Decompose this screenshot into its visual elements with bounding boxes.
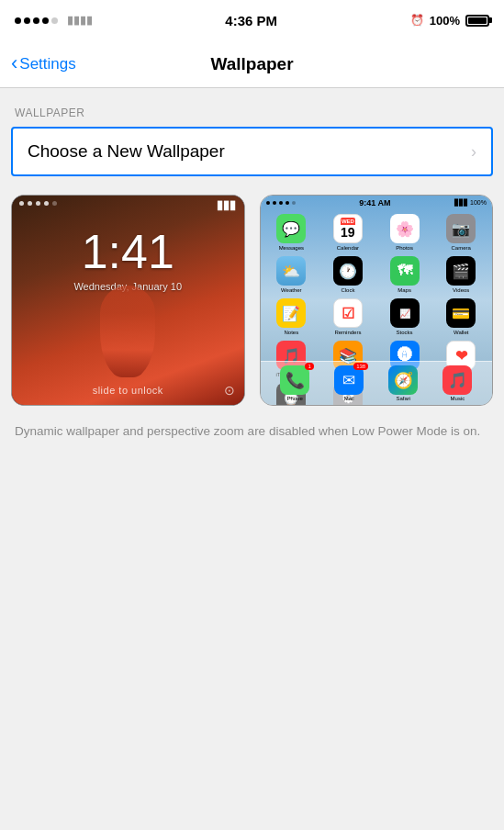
battery-fill bbox=[468, 17, 487, 24]
app-wallet[interactable]: 💳 Wallet bbox=[435, 298, 487, 335]
app-weather[interactable]: ⛅ Weather bbox=[266, 256, 318, 293]
carrier-text: ▮▮▮▮ bbox=[67, 14, 93, 27]
signal-dot-3 bbox=[33, 17, 39, 24]
home-dock: 📞 Phone 1 ✉ Mail 138 🧭 Safari 🎵 bbox=[261, 361, 493, 405]
lock-screen-preview: ▊▊▊ 1:41 Wednesday, January 10 slide to … bbox=[11, 195, 245, 406]
dock-phone[interactable]: 📞 Phone 1 bbox=[280, 365, 309, 401]
mail-badge: 138 bbox=[353, 363, 368, 370]
lock-wallpaper-decoration bbox=[12, 286, 244, 377]
app-stocks[interactable]: 📈 Stocks bbox=[379, 298, 431, 335]
status-right: ⏰ 100% bbox=[410, 14, 489, 28]
back-button[interactable]: ‹ Settings bbox=[11, 54, 76, 73]
info-text: Dynamic wallpaper and perspective zoom a… bbox=[15, 422, 489, 441]
app-clock[interactable]: 🕐 Clock bbox=[322, 256, 374, 293]
alarm-icon: ⏰ bbox=[410, 14, 424, 27]
lock-signal: ▊▊▊ bbox=[218, 201, 237, 210]
chevron-right-icon: › bbox=[471, 142, 476, 162]
page-title: Wallpaper bbox=[210, 54, 293, 74]
signal-dot-2 bbox=[24, 17, 30, 24]
lock-time: 1:41 bbox=[82, 224, 174, 279]
home-status-bar: 9:41 AM ▊▊▊ 100% bbox=[261, 196, 493, 210]
app-reminders[interactable]: ☑ Reminders bbox=[322, 298, 374, 335]
home-battery: ▊▊▊ 100% bbox=[454, 199, 487, 207]
app-messages[interactable]: 💬 Messages bbox=[266, 214, 318, 251]
app-videos[interactable]: 🎬 Videos bbox=[435, 256, 487, 293]
signal-dot-1 bbox=[15, 17, 21, 24]
status-left: ▮▮▮▮ bbox=[15, 14, 93, 28]
lock-status-dots bbox=[12, 196, 57, 206]
dock-safari[interactable]: 🧭 Safari bbox=[388, 365, 418, 401]
battery-icon bbox=[465, 15, 489, 27]
app-notes[interactable]: 📝 Notes bbox=[266, 298, 318, 335]
dock-mail[interactable]: ✉ Mail 138 bbox=[334, 365, 364, 401]
section-header-wallpaper: WALLPAPER bbox=[0, 88, 504, 127]
wallpaper-preview-row: ▊▊▊ 1:41 Wednesday, January 10 slide to … bbox=[11, 195, 493, 406]
app-camera[interactable]: 📷 Camera bbox=[435, 214, 487, 251]
signal-dot-4 bbox=[42, 17, 49, 24]
lock-camera-icon: ⊙ bbox=[224, 383, 235, 398]
lock-screen-bg: ▊▊▊ 1:41 Wednesday, January 10 slide to … bbox=[12, 196, 244, 405]
back-label: Settings bbox=[19, 55, 75, 73]
app-maps[interactable]: 🗺 Maps bbox=[379, 256, 431, 293]
home-screen-preview: 9:41 AM ▊▊▊ 100% 💬 Messages WED19 Calend… bbox=[260, 195, 494, 406]
app-calendar[interactable]: WED19 Calendar bbox=[322, 214, 374, 251]
dock-music[interactable]: 🎵 Music bbox=[442, 365, 472, 401]
phone-badge: 1 bbox=[305, 363, 314, 370]
signal-dot-5 bbox=[51, 17, 58, 24]
content-area: WALLPAPER Choose a New Wallpaper › ▊▊▊ 1… bbox=[0, 88, 504, 441]
choose-wallpaper-label: Choose a New Wallpaper bbox=[28, 141, 225, 162]
status-time: 4:36 PM bbox=[225, 13, 277, 28]
app-photos[interactable]: 🌸 Photos bbox=[379, 214, 431, 251]
choose-wallpaper-row[interactable]: Choose a New Wallpaper › bbox=[11, 127, 493, 176]
back-chevron-icon: ‹ bbox=[11, 53, 17, 73]
battery-percent: 100% bbox=[430, 14, 460, 28]
home-signal-dots bbox=[266, 201, 296, 205]
home-screen-bg: 9:41 AM ▊▊▊ 100% 💬 Messages WED19 Calend… bbox=[261, 196, 493, 405]
status-bar: ▮▮▮▮ 4:36 PM ⏰ 100% bbox=[0, 0, 504, 40]
lock-slide-text: slide to unlock bbox=[93, 385, 163, 396]
nav-bar: ‹ Settings Wallpaper bbox=[0, 40, 504, 88]
home-status-time: 9:41 AM bbox=[359, 198, 390, 208]
